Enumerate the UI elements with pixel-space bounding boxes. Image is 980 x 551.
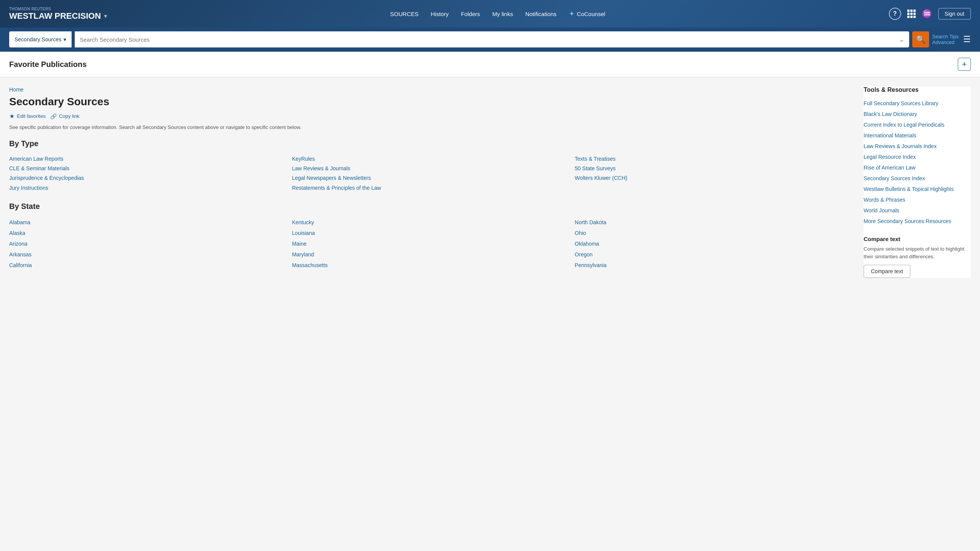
sidebar-link-international[interactable]: International Materials [864,130,971,141]
logo-top: THOMSON REUTERS [9,7,107,11]
state-col-3: North Dakota Ohio Oklahoma Oregon Pennsy… [575,217,851,271]
signout-button[interactable]: Sign out [938,8,971,20]
list-item[interactable]: Arizona [9,238,286,249]
sidebar-link-secondary-sources-index[interactable]: Secondary Sources Index [864,173,971,184]
list-item[interactable]: California [9,260,286,271]
sidebar-link-words-phrases[interactable]: Words & Phrases [864,194,971,205]
edit-favorites-button[interactable]: ★ Edit favorites [9,112,46,120]
page-title: Secondary Sources [9,96,851,108]
filter-icon[interactable]: ☰ [963,34,971,44]
list-item[interactable]: Massachusetts [292,260,569,271]
advanced-link[interactable]: Advanced [932,39,959,45]
list-item[interactable]: Jurisprudence & Encyclopedias [9,173,286,183]
list-item[interactable]: Texts & Treatises [575,154,851,164]
list-item[interactable]: CLE & Seminar Materials [9,164,286,173]
compare-title: Compare text [864,236,971,242]
main-content: Home Secondary Sources ★ Edit favorites … [0,77,980,287]
list-item[interactable]: Arkansas [9,249,286,260]
state-col-2: Kentucky Louisiana Maine Maryland Massac… [292,217,569,271]
sidebar-link-westlaw-bulletins[interactable]: Westlaw Bulletins & Topical Highlights [864,184,971,194]
cocounsel-button[interactable]: ✦ CoCounsel [569,10,605,18]
compare-description: Compare selected snippets of text to hig… [864,245,971,260]
logo-dropdown-icon[interactable]: ▾ [104,13,107,19]
favorite-publications-title: Favorite Publications [9,60,87,69]
link-icon: 🔗 [50,113,57,119]
nav-history[interactable]: History [431,11,449,17]
user-icon[interactable]: ♒ [922,9,932,19]
nav-folders[interactable]: Folders [461,11,480,17]
sidebar-link-blacks-law[interactable]: Black's Law Dictionary [864,109,971,119]
list-item[interactable]: Law Reviews & Journals [292,164,569,173]
compare-text-button[interactable]: Compare text [864,265,910,278]
list-item[interactable]: Alaska [9,228,286,238]
search-type-label: Secondary Sources [15,36,61,42]
sidebar-links: Full Secondary Sources Library Black's L… [864,98,971,227]
nav-sources[interactable]: SOURCES [390,11,418,17]
list-item[interactable]: Maine [292,238,569,249]
logo-bottom: WESTLAW PRECISION ▾ [9,11,107,21]
help-icon[interactable]: ? [889,8,901,20]
search-tips-link[interactable]: Search Tips [932,34,959,39]
list-item[interactable]: American Law Reports [9,154,286,164]
list-item[interactable]: 50 State Surveys [575,164,851,173]
list-item[interactable]: KeyRules [292,154,569,164]
sidebar-link-more-resources[interactable]: More Secondary Sources Resources [864,216,971,227]
type-col-2: KeyRules Law Reviews & Journals Legal Ne… [292,154,569,193]
apps-grid-icon[interactable] [907,10,916,18]
list-item[interactable]: Wolters Kluwer (CCH) [575,173,851,183]
list-item[interactable]: Ohio [575,228,851,238]
copy-link-button[interactable]: 🔗 Copy link [50,113,79,119]
header: THOMSON REUTERS WESTLAW PRECISION ▾ SOUR… [0,0,980,28]
search-dropdown-icon[interactable]: ⌄ [894,35,909,44]
list-item[interactable]: North Dakota [575,217,851,228]
cocounsel-star-icon: ✦ [569,10,575,18]
content-left: Home Secondary Sources ★ Edit favorites … [9,86,851,278]
list-item[interactable]: Kentucky [292,217,569,228]
search-magnifier-icon: 🔍 [916,35,926,44]
type-col-1: American Law Reports CLE & Seminar Mater… [9,154,286,193]
search-type-dropdown-icon: ▾ [64,36,66,42]
sidebar: Tools & Resources Full Secondary Sources… [864,86,971,278]
sidebar-link-full-library[interactable]: Full Secondary Sources Library [864,98,971,109]
by-state-title: By State [9,202,851,211]
favorite-publications-bar: Favorite Publications + [0,52,980,77]
description: See specific publication for coverage in… [9,124,851,130]
compare-section: Compare text Compare selected snippets o… [864,236,971,278]
type-col-3: Texts & Treatises 50 State Surveys Wolte… [575,154,851,193]
action-bar: ★ Edit favorites 🔗 Copy link [9,112,851,120]
sidebar-link-legal-resource[interactable]: Legal Resource Index [864,152,971,162]
sidebar-link-rise-american-law[interactable]: Rise of American Law [864,162,971,173]
by-state-grid: Alabama Alaska Arizona Arkansas Californ… [9,217,851,271]
list-item[interactable]: Legal Newspapers & Newsletters [292,173,569,183]
list-item[interactable]: Oklahoma [575,238,851,249]
by-type-grid: American Law Reports CLE & Seminar Mater… [9,154,851,193]
search-input[interactable] [75,31,894,47]
search-bar: Secondary Sources ▾ ⌄ 🔍 Search Tips Adva… [0,28,980,52]
tools-resources-section: Tools & Resources Full Secondary Sources… [864,86,971,278]
header-right: ? ♒ Sign out [889,8,971,20]
search-input-wrap: ⌄ [75,31,909,47]
list-item[interactable]: Restatements & Principles of the Law [292,183,569,193]
list-item[interactable]: Maryland [292,249,569,260]
nav-mylinks[interactable]: My links [492,11,513,17]
list-item[interactable]: Pennsylvania [575,260,851,271]
add-favorite-button[interactable]: + [958,58,971,71]
list-item[interactable]: Alabama [9,217,286,228]
star-icon: ★ [9,112,15,120]
search-button[interactable]: 🔍 [912,31,929,47]
tools-resources-title: Tools & Resources [864,86,971,93]
breadcrumb[interactable]: Home [9,86,851,93]
sidebar-link-current-index[interactable]: Current Index to Legal Periodicals [864,119,971,130]
sidebar-link-law-reviews[interactable]: Law Reviews & Journals Index [864,141,971,152]
nav-notifications[interactable]: Notifications [525,11,557,17]
logo[interactable]: THOMSON REUTERS WESTLAW PRECISION ▾ [9,7,107,21]
list-item[interactable]: Oregon [575,249,851,260]
search-type-button[interactable]: Secondary Sources ▾ [9,31,72,47]
sidebar-link-world-journals[interactable]: World Journals [864,205,971,216]
main-nav: SOURCES History Folders My links Notific… [390,10,605,18]
list-item[interactable]: Jury Instructions [9,183,286,193]
search-tips: Search Tips Advanced [932,34,959,45]
state-col-1: Alabama Alaska Arizona Arkansas Californ… [9,217,286,271]
list-item[interactable]: Louisiana [292,228,569,238]
by-type-title: By Type [9,139,851,148]
